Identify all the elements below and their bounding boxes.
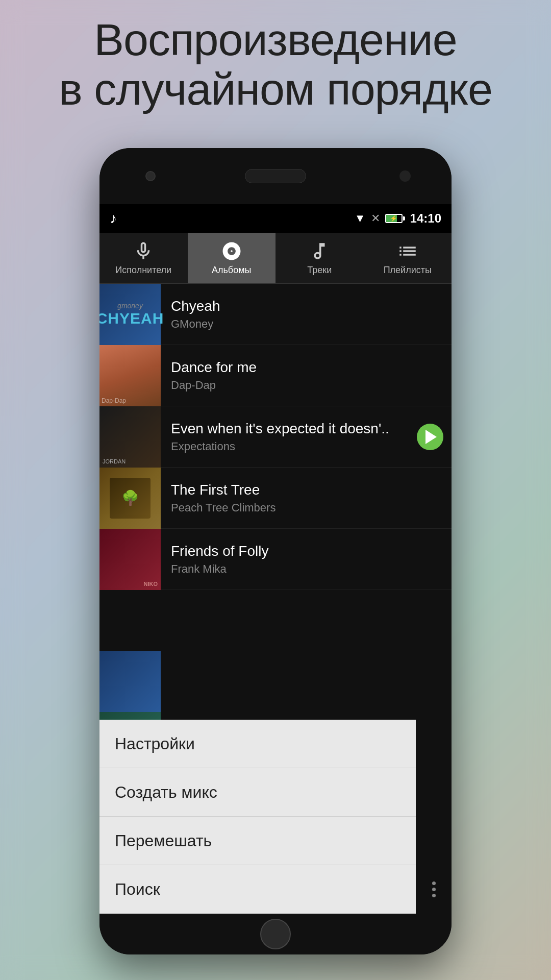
tab-albums-label: Альбомы [212,265,252,276]
header-line1: Воспроизведение [94,14,457,65]
album-title-chyeah: Chyeah [171,298,441,314]
phone-bottom-bezel [99,914,452,954]
tab-albums[interactable]: Альбомы [188,233,276,283]
context-settings-label: Настройки [115,734,195,753]
album-info-dance: Dance for me Dap-Dap [161,359,452,392]
phone-frame: ♪ ▼ ✕ ⚡ 14:10 [99,148,452,954]
tab-tracks-label: Треки [307,265,332,276]
tab-tracks[interactable]: Треки [276,233,364,283]
tab-bar: Исполнители Альбомы Треки [99,233,452,284]
context-create-mix-label: Создать микс [115,783,217,802]
album-item-dance[interactable]: Dap-Dap Dance for me Dap-Dap [99,345,452,406]
tab-playlists-label: Плейлисты [384,265,432,276]
album-title-dance: Dance for me [171,359,441,376]
overflow-dot-2 [432,888,436,891]
album-artist-dance: Dap-Dap [171,379,441,392]
album-icon [221,240,242,262]
album-artist-tree: Peach Tree Climbers [171,501,441,514]
status-bar: ♪ ▼ ✕ ⚡ 14:10 [99,204,452,233]
context-menu-item-shuffle[interactable]: Перемешать [99,817,416,865]
album-artist-expect: Expectations [171,440,407,453]
album-thumb-dance: Dap-Dap [99,345,161,406]
context-search-label: Поиск [115,880,160,899]
front-camera [145,171,156,181]
home-button[interactable] [260,919,291,949]
microphone-icon [133,240,154,262]
album-title-tree: The First Tree [171,482,441,498]
album-item-expect[interactable]: Jordan Even when it's expected it doesn'… [99,406,452,468]
overflow-dot-3 [432,894,436,897]
context-menu-item-settings[interactable]: Настройки [99,720,416,768]
album-info-chyeah: Chyeah GMoney [161,298,452,331]
playlist-icon [397,240,418,262]
wifi-icon: ▼ [355,212,366,225]
context-menu-item-create-mix[interactable]: Создать микс [99,768,416,817]
album-artist-folly: Frank Mika [171,562,441,576]
tab-playlists[interactable]: Плейлисты [364,233,452,283]
status-right: ▼ ✕ ⚡ 14:10 [355,211,441,226]
context-shuffle-label: Перемешать [115,831,212,850]
album-thumb-expect: Jordan [99,406,161,468]
signal-icon: ✕ [371,212,380,225]
header-section: Воспроизведение в случайном порядке [0,15,551,114]
album-info-tree: The First Tree Peach Tree Climbers [161,482,452,514]
album-info-expect: Even when it's expected it doesn'.. Expe… [161,421,417,453]
battery-icon: ⚡ [385,214,405,223]
tab-artists[interactable]: Исполнители [99,233,188,283]
earpiece-speaker [245,169,306,183]
album-thumb-chyeah: gmoney CHYEAH [99,284,161,345]
now-playing-indicator [417,424,443,450]
music-note-icon: ♪ [110,210,117,227]
phone-top-bezel [99,148,452,204]
phone-screen: ♪ ▼ ✕ ⚡ 14:10 [99,204,452,914]
album-item-chyeah[interactable]: gmoney CHYEAH Chyeah GMoney [99,284,452,345]
album-title-folly: Friends of Folly [171,543,441,559]
status-left: ♪ [110,210,117,227]
album-thumb-folly: NIKO [99,529,161,590]
front-camera-2 [399,170,411,182]
album-item-tree[interactable]: 🌳 The First Tree Peach Tree Climbers [99,468,452,529]
battery-bolt-icon: ⚡ [390,215,397,222]
album-item-folly[interactable]: NIKO Friends of Folly Frank Mika [99,529,452,590]
album-info-folly: Friends of Folly Frank Mika [161,543,452,576]
album-artist-chyeah: GMoney [171,317,441,331]
header-line2: в случайном порядке [59,64,492,114]
status-time: 14:10 [410,211,441,226]
album-title-expect: Even when it's expected it doesn'.. [171,421,407,437]
context-menu-item-search[interactable]: Поиск [99,865,416,914]
treble-clef-icon [309,240,330,262]
tab-artists-label: Исполнители [115,265,171,276]
album-thumb-tree: 🌳 [99,468,161,529]
context-menu[interactable]: Настройки Создать микс Перемешать Поиск [99,720,416,914]
